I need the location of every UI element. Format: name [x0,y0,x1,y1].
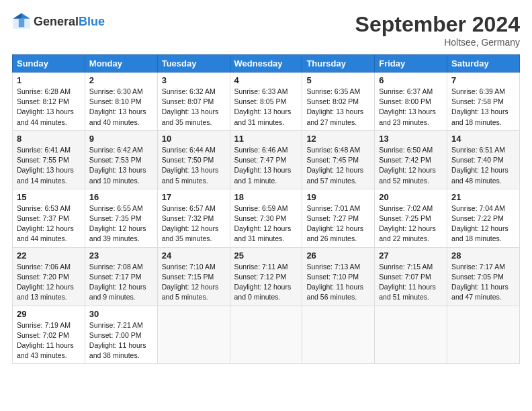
svg-marker-1 [21,13,30,18]
day-number: 3 [162,75,226,85]
sunset: Sunset: 7:50 PM [162,156,214,164]
table-row: 10Sunrise: 6:44 AMSunset: 7:50 PMDayligh… [157,130,230,189]
sunset: Sunset: 8:07 PM [162,97,214,105]
table-row: 8Sunrise: 6:41 AMSunset: 7:55 PMDaylight… [13,130,85,189]
day-info: Sunrise: 7:13 AMSunset: 7:10 PMDaylight:… [306,262,370,303]
day-number: 8 [17,134,81,144]
daylight: Daylight: 13 hours and 10 minutes. [89,166,146,184]
month-title: September 2024 [355,12,520,37]
daylight: Daylight: 13 hours and 31 minutes. [234,107,292,126]
calendar-week-4: 22Sunrise: 7:06 AMSunset: 7:20 PMDayligh… [13,247,520,306]
day-number: 21 [451,192,515,202]
table-row [302,306,375,364]
sunrise: Sunrise: 7:01 AM [306,204,360,212]
day-info: Sunrise: 6:30 AMSunset: 8:10 PMDaylight:… [89,87,153,128]
sunset: Sunset: 7:02 PM [17,331,69,339]
sunrise: Sunrise: 7:13 AM [306,263,360,271]
day-number: 10 [162,134,226,144]
sunset: Sunset: 7:12 PM [234,273,287,281]
sunrise: Sunrise: 6:32 AM [162,87,216,95]
sunrise: Sunrise: 6:33 AM [234,87,288,95]
logo-general: General [34,15,79,28]
table-row [230,306,302,364]
calendar-page: GeneralBlue September 2024 Holtsee, Germ… [0,0,532,411]
sunrise: Sunrise: 7:04 AM [451,204,505,212]
sunrise: Sunrise: 7:08 AM [89,263,143,271]
svg-marker-2 [13,13,21,18]
day-info: Sunrise: 7:15 AMSunset: 7:07 PMDaylight:… [379,262,443,303]
daylight: Daylight: 11 hours and 51 minutes. [379,283,436,301]
day-number: 30 [89,309,153,319]
sunset: Sunset: 7:15 PM [162,273,214,281]
day-info: Sunrise: 6:53 AMSunset: 7:37 PMDaylight:… [17,203,81,244]
day-info: Sunrise: 6:37 AMSunset: 8:00 PMDaylight:… [379,87,443,128]
sunset: Sunset: 7:22 PM [451,214,504,222]
title-area: September 2024 Holtsee, Germany [355,12,520,48]
table-row: 26Sunrise: 7:13 AMSunset: 7:10 PMDayligh… [302,247,375,306]
daylight: Daylight: 12 hours and 13 minutes. [17,283,74,301]
sunrise: Sunrise: 7:21 AM [89,321,143,329]
col-tuesday: Tuesday [157,55,230,73]
sunrise: Sunrise: 7:15 AM [379,263,433,271]
sunset: Sunset: 7:58 PM [451,97,504,105]
day-info: Sunrise: 7:11 AMSunset: 7:12 PMDaylight:… [234,262,298,303]
table-row: 30Sunrise: 7:21 AMSunset: 7:00 PMDayligh… [85,306,157,364]
daylight: Daylight: 12 hours and 44 minutes. [17,224,74,242]
sunrise: Sunrise: 6:53 AM [17,204,71,212]
daylight: Daylight: 13 hours and 23 minutes. [379,107,436,126]
table-row: 17Sunrise: 6:57 AMSunset: 7:32 PMDayligh… [157,189,230,247]
sunset: Sunset: 7:47 PM [234,156,287,164]
col-saturday: Saturday [447,55,520,73]
sunset: Sunset: 7:35 PM [89,214,142,222]
daylight: Daylight: 11 hours and 56 minutes. [306,283,363,301]
sunset: Sunset: 8:02 PM [306,97,359,105]
day-info: Sunrise: 7:17 AMSunset: 7:05 PMDaylight:… [451,262,515,303]
table-row: 11Sunrise: 6:46 AMSunset: 7:47 PMDayligh… [230,130,302,189]
sunrise: Sunrise: 6:39 AM [451,87,505,95]
day-info: Sunrise: 7:06 AMSunset: 7:20 PMDaylight:… [17,262,81,303]
day-number: 24 [162,250,226,261]
sunrise: Sunrise: 7:17 AM [451,263,505,271]
day-number: 28 [451,250,515,261]
day-number: 17 [162,192,226,202]
table-row: 16Sunrise: 6:55 AMSunset: 7:35 PMDayligh… [85,189,157,247]
table-row: 20Sunrise: 7:02 AMSunset: 7:25 PMDayligh… [375,189,447,247]
sunrise: Sunrise: 6:57 AM [162,204,216,212]
table-row: 18Sunrise: 6:59 AMSunset: 7:30 PMDayligh… [230,189,302,247]
daylight: Daylight: 12 hours and 5 minutes. [162,283,219,301]
page-header: GeneralBlue September 2024 Holtsee, Germ… [12,12,520,48]
calendar-week-2: 8Sunrise: 6:41 AMSunset: 7:55 PMDaylight… [13,130,520,189]
day-info: Sunrise: 6:59 AMSunset: 7:30 PMDaylight:… [234,203,298,244]
table-row: 9Sunrise: 6:42 AMSunset: 7:53 PMDaylight… [85,130,157,189]
location: Holtsee, Germany [355,37,520,48]
day-number: 22 [17,250,81,261]
daylight: Daylight: 11 hours and 47 minutes. [451,283,508,301]
sunset: Sunset: 7:25 PM [379,214,431,222]
day-info: Sunrise: 6:42 AMSunset: 7:53 PMDaylight:… [89,145,153,186]
calendar-week-1: 1Sunrise: 6:28 AMSunset: 8:12 PMDaylight… [13,73,520,131]
daylight: Daylight: 13 hours and 5 minutes. [162,166,219,184]
table-row: 21Sunrise: 7:04 AMSunset: 7:22 PMDayligh… [447,189,520,247]
daylight: Daylight: 13 hours and 27 minutes. [306,107,363,126]
day-number: 14 [451,134,515,144]
sunrise: Sunrise: 7:11 AM [234,263,288,271]
daylight: Daylight: 12 hours and 48 minutes. [451,166,508,184]
sunrise: Sunrise: 6:48 AM [306,146,360,154]
calendar-week-3: 15Sunrise: 6:53 AMSunset: 7:37 PMDayligh… [13,189,520,247]
sunrise: Sunrise: 7:19 AM [17,321,71,329]
day-number: 25 [234,250,298,261]
daylight: Daylight: 13 hours and 44 minutes. [17,107,74,126]
table-row [157,306,230,364]
sunrise: Sunrise: 7:10 AM [162,263,216,271]
sunrise: Sunrise: 6:41 AM [17,146,71,154]
sunset: Sunset: 7:55 PM [17,156,69,164]
table-row: 29Sunrise: 7:19 AMSunset: 7:02 PMDayligh… [13,306,85,364]
sunrise: Sunrise: 6:50 AM [379,146,433,154]
day-info: Sunrise: 6:46 AMSunset: 7:47 PMDaylight:… [234,145,298,186]
table-row: 19Sunrise: 7:01 AMSunset: 7:27 PMDayligh… [302,189,375,247]
day-info: Sunrise: 7:21 AMSunset: 7:00 PMDaylight:… [89,320,153,361]
day-info: Sunrise: 7:08 AMSunset: 7:17 PMDaylight:… [89,262,153,303]
day-info: Sunrise: 6:35 AMSunset: 8:02 PMDaylight:… [306,87,370,128]
logo-icon [12,12,31,31]
daylight: Daylight: 12 hours and 57 minutes. [306,166,363,184]
